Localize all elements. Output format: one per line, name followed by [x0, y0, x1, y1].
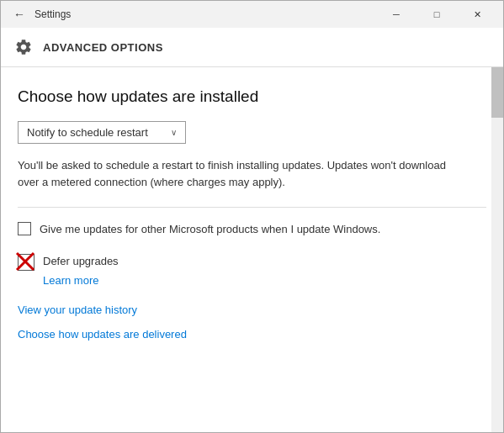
learn-more-link[interactable]: Learn more	[43, 274, 486, 287]
window-controls: ─ □ ✕	[377, 1, 496, 28]
title-bar: ← Settings ─ □ ✕	[1, 1, 503, 28]
microsoft-products-checkbox[interactable]	[18, 222, 31, 235]
section-title: Choose how updates are installed	[18, 87, 486, 106]
divider	[18, 207, 486, 208]
content-area: Choose how updates are installed Notify …	[1, 67, 503, 432]
description-text: You'll be asked to schedule a restart to…	[18, 157, 455, 190]
microsoft-products-row: Give me updates for other Microsoft prod…	[18, 221, 486, 238]
microsoft-products-label: Give me updates for other Microsoft prod…	[40, 221, 380, 238]
window: ← Settings ─ □ ✕ ADVANCED OPTIONS Choose…	[0, 0, 504, 433]
chevron-down-icon: ∨	[171, 128, 177, 137]
window-title: Settings	[31, 8, 377, 20]
defer-upgrades-row: Defer upgrades	[18, 253, 486, 271]
scrollbar-thumb[interactable]	[491, 67, 503, 118]
view-update-history-link[interactable]: View your update history	[18, 304, 486, 316]
header-title: ADVANCED OPTIONS	[43, 41, 163, 54]
back-button[interactable]: ←	[8, 3, 31, 26]
close-button[interactable]: ✕	[458, 1, 496, 28]
restore-button[interactable]: □	[417, 1, 456, 28]
scrollbar-track	[491, 67, 503, 432]
defer-upgrades-label: Defer upgrades	[43, 255, 119, 267]
x-mark-icon	[15, 251, 39, 275]
install-method-dropdown[interactable]: Notify to schedule restart ∨	[18, 121, 186, 144]
choose-how-updates-delivered-link[interactable]: Choose how updates are delivered	[18, 328, 486, 341]
header-bar: ADVANCED OPTIONS	[1, 28, 503, 67]
dropdown-wrapper: Notify to schedule restart ∨	[18, 121, 486, 144]
defer-upgrades-checkbox[interactable]	[18, 254, 34, 271]
minimize-button[interactable]: ─	[377, 1, 416, 28]
gear-icon	[14, 38, 33, 56]
dropdown-label: Notify to schedule restart	[27, 126, 164, 139]
